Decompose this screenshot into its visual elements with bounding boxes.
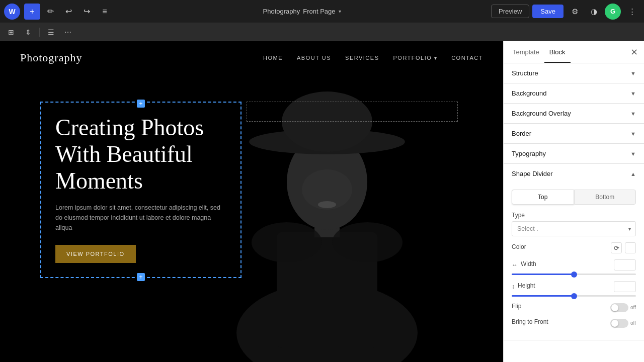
bring-to-front-pill[interactable] <box>610 319 628 328</box>
top-bottom-toggle: Top Bottom <box>512 190 636 205</box>
page-dropdown-icon: ▾ <box>339 9 341 14</box>
flip-row: Flip off <box>512 303 636 312</box>
flip-label: Flip <box>512 303 521 310</box>
nav-about[interactable]: ABOUT US <box>297 55 331 61</box>
add-block-button[interactable]: + <box>24 4 40 20</box>
svg-point-5 <box>282 92 372 152</box>
hero-title: Creating PhotosWith BeautifulMoments <box>55 115 226 195</box>
section-structure: Structure <box>504 63 644 83</box>
hero-subtitle: Lorem ipsum dolor sit amet, consectetur … <box>55 203 226 233</box>
toggle-bottom[interactable]: Bottom <box>574 190 636 205</box>
right-panel: Template Block ✕ Structure Background <box>503 41 644 362</box>
flip-toggle[interactable]: off <box>610 303 636 312</box>
edit-button[interactable]: ✏ <box>42 4 58 20</box>
section-structure-header[interactable]: Structure <box>504 63 644 83</box>
width-slider-track[interactable] <box>512 274 636 275</box>
canvas-area: Photography HOME ABOUT US SERVICES PORTF… <box>0 41 503 362</box>
height-slider-track[interactable] <box>512 295 636 297</box>
save-button[interactable]: Save <box>532 5 564 18</box>
resize-handle-top[interactable] <box>137 100 145 108</box>
type-select[interactable]: Select . <box>512 221 636 236</box>
nav-contact[interactable]: CONTACT <box>451 55 483 61</box>
shape-divider-chevron <box>630 171 636 177</box>
section-background-overlay: Background Overlay <box>504 104 644 124</box>
nav-services[interactable]: SERVICES <box>345 55 379 61</box>
resize-handle-bottom[interactable] <box>137 273 145 281</box>
background-chevron <box>630 90 636 97</box>
border-chevron <box>630 131 636 137</box>
flip-knob <box>611 304 618 311</box>
wordpress-logo[interactable]: W <box>4 4 20 20</box>
width-input[interactable] <box>614 259 636 270</box>
view-portfolio-button[interactable]: VIEW PORTFOLIO <box>55 245 136 263</box>
section-bg-overlay-header[interactable]: Background Overlay <box>504 104 644 123</box>
toggle-top[interactable]: Top <box>512 190 574 205</box>
section-typography: Typography <box>504 144 644 164</box>
nav-home[interactable]: HOME <box>263 55 283 61</box>
topbar-left: W + ✏ ↩ ↪ ≡ <box>4 4 113 20</box>
bring-to-front-value: off <box>630 320 636 326</box>
bring-to-front-knob <box>611 320 618 327</box>
user-avatar[interactable]: G <box>605 4 621 20</box>
section-background-header[interactable]: Background <box>504 83 644 103</box>
more-tools-button[interactable]: ⋯ <box>61 25 75 39</box>
bg-overlay-chevron <box>630 111 636 117</box>
undo-button[interactable]: ↩ <box>60 4 76 20</box>
svg-point-9 <box>318 201 336 208</box>
page-title-text: Photography <box>263 8 300 15</box>
typography-chevron <box>630 151 636 157</box>
panel-content: Structure Background Background Overlay <box>504 63 644 362</box>
height-label-group: ↕ Height <box>512 282 535 292</box>
shape-divider-content: Top Bottom Type Select . ▾ <box>504 184 644 340</box>
section-shape-divider-header[interactable]: Shape Divider <box>504 164 644 184</box>
align-button[interactable]: ☰ <box>44 25 58 39</box>
panel-tabs: Template Block ✕ <box>504 41 644 63</box>
width-header: ↔ Width <box>512 259 636 270</box>
bring-to-front-label: Bring to Front <box>512 318 548 325</box>
svg-point-6 <box>252 222 322 262</box>
color-cycle-button[interactable]: ⟳ <box>611 242 622 253</box>
type-select-wrapper: Select . ▾ <box>512 221 636 236</box>
settings-button[interactable]: ⚙ <box>567 4 583 20</box>
height-icon: ↕ <box>512 283 515 290</box>
page-title-button[interactable]: Photography Front Page ▾ <box>257 5 347 18</box>
type-label: Type <box>512 212 636 219</box>
main-area: Photography HOME ABOUT US SERVICES PORTF… <box>0 41 644 362</box>
height-label: Height <box>518 282 535 289</box>
color-controls: ⟳ <box>611 242 636 253</box>
section-typography-header[interactable]: Typography <box>504 144 644 163</box>
color-row: Color ⟳ <box>512 242 636 253</box>
color-swatch[interactable] <box>625 242 636 253</box>
height-header: ↕ Height <box>512 281 636 292</box>
nav-links: HOME ABOUT US SERVICES PORTFOLIO CONTACT <box>263 55 483 61</box>
width-slider-row: ↔ Width <box>512 259 636 275</box>
flip-value: off <box>630 305 636 310</box>
height-input[interactable] <box>614 281 636 292</box>
height-slider-row: ↕ Height <box>512 281 636 297</box>
flip-pill[interactable] <box>610 303 628 312</box>
tab-template[interactable]: Template <box>508 42 544 63</box>
section-background: Background <box>504 83 644 104</box>
topbar-right: Preview Save ⚙ ◑ G ⋮ <box>491 4 640 20</box>
tab-block[interactable]: Block <box>544 42 571 63</box>
hero-content-block[interactable]: Creating PhotosWith BeautifulMoments Lor… <box>40 102 242 278</box>
contrast-button[interactable]: ◑ <box>586 4 602 20</box>
layout-view-button[interactable]: ⊞ <box>4 25 18 39</box>
redo-button[interactable]: ↪ <box>78 4 95 20</box>
empty-content-block <box>247 102 458 122</box>
more-options-button[interactable]: ⋮ <box>624 4 640 20</box>
bring-to-front-toggle[interactable]: off <box>610 319 636 328</box>
structure-chevron <box>630 70 636 76</box>
list-view-button[interactable]: ≡ <box>97 4 113 20</box>
type-field-row: Type Select . ▾ <box>512 212 636 236</box>
panel-close-button[interactable]: ✕ <box>628 45 640 60</box>
toolbar-divider <box>39 28 40 37</box>
width-label: Width <box>521 260 536 267</box>
site-navigation: Photography HOME ABOUT US SERVICES PORTF… <box>0 41 503 74</box>
preview-button[interactable]: Preview <box>491 5 529 18</box>
section-border-header[interactable]: Border <box>504 124 644 143</box>
color-label: Color <box>512 243 526 250</box>
vertical-align-button[interactable]: ⇕ <box>21 25 35 39</box>
section-shape-divider: Shape Divider Top Bottom <box>504 164 644 340</box>
nav-portfolio[interactable]: PORTFOLIO <box>393 55 437 61</box>
